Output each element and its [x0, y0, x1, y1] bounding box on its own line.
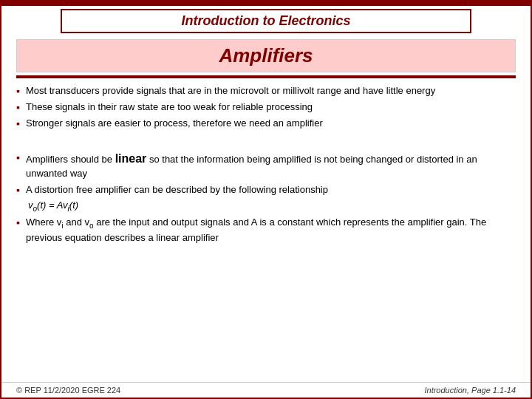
content-divider [16, 146, 516, 146]
bullet-text: These signals in their raw state are too… [26, 100, 313, 114]
bullet-marker: ▪ [16, 216, 20, 228]
list-item: ▪ Amplifiers should be linear so that th… [16, 151, 516, 181]
bullet-marker: ▪ [16, 151, 20, 163]
list-item: ▪ A distortion free amplifier can be des… [16, 183, 516, 197]
footer-copyright: © REP 11/2/2020 EGRE 224 [16, 386, 120, 395]
bullet-text: Amplifiers should be linear so that the … [26, 151, 516, 181]
content-area: ▪ Most transducers provide signals that … [1, 78, 531, 382]
bullet-text: Most transducers provide signals that ar… [26, 84, 435, 98]
bullet-marker: ▪ [16, 101, 20, 113]
bullet-text: Stronger signals are easier to process, … [26, 117, 323, 130]
bullet-marker: ▪ [16, 117, 20, 129]
bullet-marker: ▪ [16, 184, 20, 196]
title-area: Introduction to Electronics [61, 9, 471, 33]
bullet-text: A distortion free amplifier can be descr… [26, 183, 328, 197]
slide: Introduction to Electronics Amplifiers ▪… [0, 0, 532, 399]
bullet-group-2: ▪ Amplifiers should be linear so that th… [16, 151, 516, 248]
subtitle-area: Amplifiers [16, 39, 516, 72]
footer-page: Introduction, Page 1.1-14 [424, 386, 516, 395]
slide-subtitle: Amplifiers [219, 44, 313, 66]
bullet-marker: ▪ [16, 85, 20, 97]
formula-text: vo(t) = Avi(t) [28, 200, 78, 211]
list-item: ▪ Where vi and vo are the input and outp… [16, 216, 516, 245]
bullet-group-1: ▪ Most transducers provide signals that … [16, 84, 516, 134]
bullet-text: Where vi and vo are the input and output… [26, 216, 516, 245]
list-item: ▪ Most transducers provide signals that … [16, 84, 516, 98]
slide-title: Introduction to Electronics [181, 13, 350, 28]
slide-footer: © REP 11/2/2020 EGRE 224 Introduction, P… [1, 382, 531, 398]
header-bar [1, 1, 531, 6]
list-item: ▪ These signals in their raw state are t… [16, 100, 516, 114]
formula-line: vo(t) = Avi(t) [28, 200, 516, 213]
list-item: ▪ Stronger signals are easier to process… [16, 117, 516, 130]
